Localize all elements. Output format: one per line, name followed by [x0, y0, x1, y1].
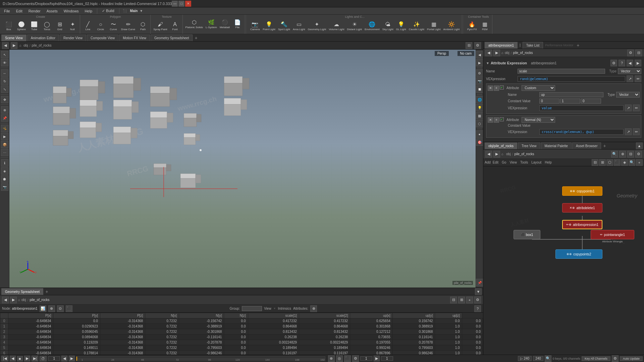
ng-toggle[interactable]: ▲	[636, 142, 643, 149]
table-cell[interactable]: -0.314368	[100, 335, 145, 340]
table-cell[interactable]: 0.301868	[392, 329, 435, 335]
rvt-btn8[interactable]: ▦	[476, 112, 483, 119]
attr2-vex-edit[interactable]: ✏	[633, 128, 640, 135]
tool-pointlight[interactable]: 💡Point Light	[262, 19, 276, 34]
ng-tab-add[interactable]: +	[602, 143, 607, 148]
col-header-nx[interactable]: N[x]	[145, 313, 179, 318]
col-header-px[interactable]: P[x]	[8, 313, 53, 318]
attr1-const-z[interactable]	[581, 99, 601, 104]
close-button[interactable]: ✕	[185, 1, 191, 7]
tl-icon1[interactable]: ⊕	[328, 355, 335, 362]
ss-pts-btn[interactable]: ⊕	[48, 305, 55, 312]
rvt-btn5[interactable]: 🔲	[476, 85, 483, 93]
attr1-vex-edit[interactable]: ✏	[633, 105, 640, 111]
table-cell[interactable]: 0.7232	[145, 351, 179, 355]
tool-circle[interactable]: ○Circle	[95, 19, 107, 34]
table-cell[interactable]: 0.00224829	[248, 340, 299, 345]
tool-pyrofx[interactable]: 🔥Pyro FX	[466, 19, 478, 34]
ss-tab-add[interactable]: +	[44, 289, 49, 294]
table-cell[interactable]: 0.795603	[392, 345, 435, 351]
tl-stop-btn[interactable]: ■	[17, 356, 23, 361]
attr2-vex-expr[interactable]: cross(rand(@elemnum), @up)	[539, 129, 624, 135]
col-header-upy[interactable]: up[y]	[392, 313, 435, 318]
table-cell[interactable]: -0.314368	[100, 351, 145, 355]
rvt-btn4[interactable]: 📷	[476, 77, 483, 85]
tool-lsystem[interactable]: 🌿L-System	[205, 17, 218, 32]
attr1-close-btn[interactable]: ✕	[488, 85, 493, 91]
table-cell[interactable]: 1.0	[435, 335, 462, 340]
vt-info[interactable]: ℹ	[1, 159, 8, 167]
tab-asset-browser[interactable]: Asset Browser	[572, 142, 601, 149]
attr2-vex-expand[interactable]: ↗	[625, 128, 632, 135]
menu-help[interactable]: Help	[82, 8, 95, 14]
ss-forward[interactable]: ▶	[10, 297, 17, 303]
rvt-btn1[interactable]: ◀	[476, 51, 483, 58]
ph-btn2[interactable]: ?	[619, 60, 625, 66]
attr1-attr-select[interactable]: Custom Normal (N)	[522, 85, 555, 91]
table-cell[interactable]: -0.986246	[179, 351, 224, 355]
tool-path[interactable]: ⬡Path	[137, 19, 149, 34]
tool-sphere[interactable]: ⚪Sphere	[15, 19, 28, 34]
rt-back[interactable]: ◀	[485, 50, 492, 56]
table-cell[interactable]: -0.314368	[100, 318, 145, 324]
viewport-3d[interactable]: www.rrcg.ch 人人素材 RRCG RRCG www.rrcg.ch	[9, 50, 476, 288]
tab-render-view[interactable]: Render View	[60, 35, 86, 41]
tab-scene-view[interactable]: Scene View	[1, 35, 26, 41]
rvt-btn9[interactable]: ⬡	[476, 120, 483, 127]
tool-camera[interactable]: 📷Camera	[249, 19, 261, 34]
tl-rangeplay[interactable]: ▶	[374, 356, 380, 361]
tool-geomlight[interactable]: ✦Geometry Light	[307, 19, 327, 34]
table-cell[interactable]: 0.116197	[248, 351, 299, 355]
table-cell[interactable]: 0.625654	[350, 318, 393, 324]
ph-btn4[interactable]: ▶	[635, 60, 641, 66]
rvt-btn7[interactable]: 💡	[476, 104, 483, 111]
table-cell[interactable]: 0.00224829	[299, 340, 350, 345]
table-cell[interactable]: 1.0	[435, 329, 462, 335]
ss-icon3[interactable]: +	[466, 297, 473, 303]
table-cell[interactable]: 0.0596045	[53, 329, 100, 335]
ss-icon1[interactable]: ⊟	[450, 297, 457, 303]
ss-toggle[interactable]: ▼	[475, 288, 482, 295]
node-graph-canvas[interactable]: ⊕⊕ copypoints1 ✕⊕ attribdelete1	[483, 166, 644, 355]
table-cell[interactable]: -0.314368	[100, 324, 145, 329]
tool-box[interactable]: ⬛Box	[3, 19, 15, 34]
node-attribexpression1[interactable]: ✏⊕ attribexpression1	[562, 220, 602, 229]
vt-handle[interactable]: ✥	[1, 96, 8, 103]
tool-font[interactable]: AFont	[169, 19, 181, 34]
rvt-btn6[interactable]: 🌐	[476, 96, 483, 103]
type-select[interactable]: Vector Float Integer String	[618, 68, 641, 74]
table-cell[interactable]: 0.73655	[350, 335, 393, 340]
table-cell[interactable]: 0.301868	[350, 324, 393, 329]
table-cell[interactable]: 0.0	[462, 324, 483, 329]
ng-add-btn[interactable]: Add	[485, 161, 491, 164]
attr1-vex-expr[interactable]: value	[539, 105, 624, 111]
ng-view-btn[interactable]: View	[509, 161, 517, 164]
tab-geometry-spreadsheet[interactable]: Geometry Spreadsheet	[151, 35, 193, 41]
vt-extra1[interactable]: ◈	[1, 167, 8, 175]
col-header-nz[interactable]: N[z]	[224, 313, 248, 318]
table-cell[interactable]: -0.314368	[100, 329, 145, 335]
table-cell[interactable]: -0.649834	[8, 324, 53, 329]
table-cell[interactable]: 0.0	[224, 351, 248, 355]
tab-takelists[interactable]: Take List	[523, 42, 543, 49]
table-cell[interactable]: 0.178814	[53, 351, 100, 355]
vt-translate[interactable]: ↔	[1, 69, 8, 77]
vt-camera-nav[interactable]: 📷	[1, 183, 8, 191]
ng-tb-icon1[interactable]: ⊟	[592, 159, 598, 166]
rvt-btn12[interactable]: 📌	[476, 279, 483, 286]
node-copypoints1[interactable]: ⊕⊕ copypoints1	[562, 186, 602, 196]
table-cell[interactable]: -0.314368	[100, 340, 145, 345]
table-cell[interactable]: 0.116141	[392, 335, 435, 340]
rt-pile-label[interactable]: pile_of_rocks	[513, 51, 533, 55]
table-cell[interactable]: 0.197055	[350, 340, 393, 345]
table-cell[interactable]: 0.0	[53, 318, 100, 324]
tool-grid[interactable]: ⊞Grid	[54, 19, 66, 34]
vt-anim[interactable]: ▶	[1, 133, 8, 140]
table-cell[interactable]: -0.795603	[179, 345, 224, 351]
ph-btn1[interactable]: ⚙	[610, 60, 617, 66]
menu-build[interactable]: ✓ Build	[99, 8, 117, 14]
table-cell[interactable]: 0.813432	[299, 329, 350, 335]
tl-play-btn[interactable]: ▶	[24, 356, 30, 361]
vp-forward-btn[interactable]: ▶	[11, 42, 17, 49]
vt-extra2[interactable]: ⬟	[1, 175, 8, 183]
